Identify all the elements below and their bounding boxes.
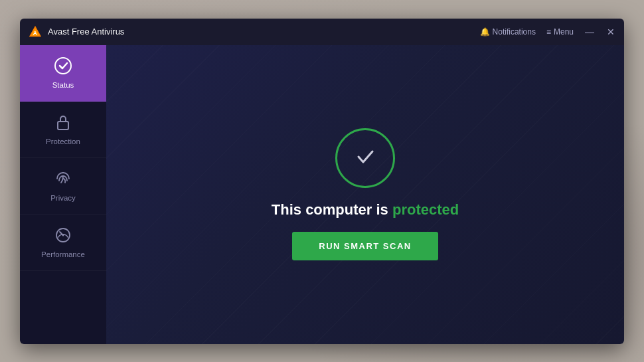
notifications-button[interactable]: 🔔 Notifications <box>480 27 536 37</box>
avast-logo-icon: A <box>28 25 42 39</box>
status-highlight: protected <box>392 201 459 218</box>
sidebar-status-label: Status <box>52 81 74 89</box>
content-area: This computer is protected RUN SMART SCA… <box>106 45 624 344</box>
sidebar-item-status[interactable]: Status <box>20 45 106 102</box>
status-prefix: This computer is <box>272 201 392 218</box>
main-content: Status Protection <box>20 45 624 344</box>
minimize-button[interactable]: — <box>584 27 595 37</box>
hamburger-icon: ≡ <box>546 27 551 37</box>
sidebar: Status Protection <box>20 45 106 344</box>
menu-label: Menu <box>554 27 574 37</box>
main-checkmark-icon <box>352 143 378 173</box>
svg-point-3 <box>55 58 71 74</box>
title-bar: A Avast Free Antivirus 🔔 Notifications ≡… <box>20 19 624 45</box>
fingerprint-icon <box>54 170 72 190</box>
run-smart-scan-button[interactable]: RUN SMART SCAN <box>292 232 438 260</box>
speedometer-icon <box>54 226 72 246</box>
menu-button[interactable]: ≡ Menu <box>546 27 574 37</box>
lock-icon <box>55 114 71 134</box>
notifications-label: Notifications <box>493 27 536 37</box>
sidebar-item-protection[interactable]: Protection <box>20 102 106 158</box>
title-bar-logo-area: A Avast Free Antivirus <box>28 25 480 39</box>
title-bar-controls: 🔔 Notifications ≡ Menu — ✕ <box>480 27 616 37</box>
app-window: A Avast Free Antivirus 🔔 Notifications ≡… <box>20 19 624 344</box>
svg-rect-4 <box>58 122 68 130</box>
bell-icon: 🔔 <box>480 27 490 37</box>
status-check-icon <box>54 57 72 77</box>
app-title: Avast Free Antivirus <box>48 27 124 37</box>
sidebar-performance-label: Performance <box>41 250 85 258</box>
svg-text:A: A <box>33 30 37 36</box>
sidebar-item-privacy[interactable]: Privacy <box>20 158 106 215</box>
sidebar-item-performance[interactable]: Performance <box>20 215 106 271</box>
protection-status-text: This computer is protected <box>272 201 459 219</box>
close-button[interactable]: ✕ <box>605 27 616 37</box>
status-circle <box>335 128 395 188</box>
sidebar-privacy-label: Privacy <box>50 194 76 202</box>
sidebar-protection-label: Protection <box>46 137 80 145</box>
